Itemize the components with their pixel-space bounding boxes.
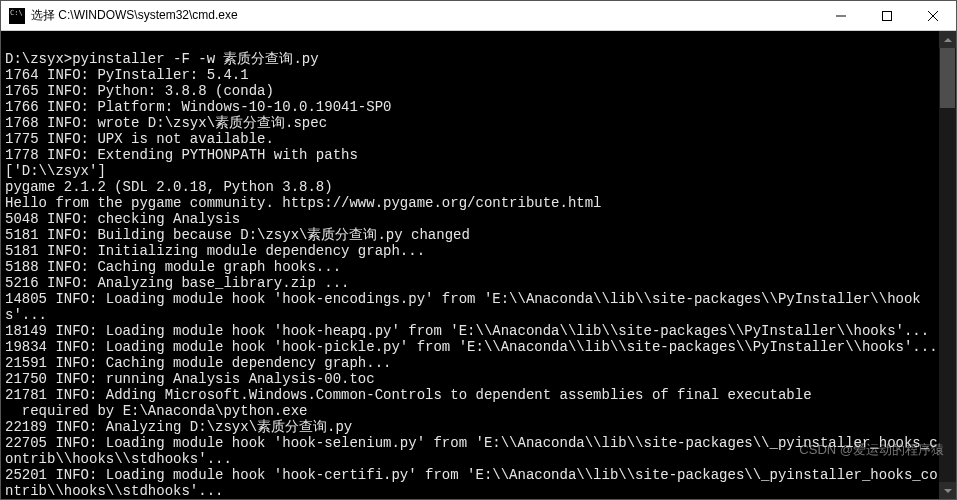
cmd-window: 选择 C:\WINDOWS\system32\cmd.exe D:\zsyx>p…	[0, 0, 957, 500]
vertical-scrollbar[interactable]	[939, 31, 956, 499]
titlebar[interactable]: 选择 C:\WINDOWS\system32\cmd.exe	[1, 1, 956, 31]
minimize-icon	[836, 11, 846, 21]
terminal-area: D:\zsyx>pyinstaller -F -w 素质分查询.py 1764 …	[1, 31, 956, 499]
scroll-down-button[interactable]	[939, 482, 956, 499]
cmd-icon	[9, 8, 25, 24]
chevron-down-icon	[944, 487, 952, 495]
close-button[interactable]	[910, 1, 956, 31]
scroll-thumb[interactable]	[940, 48, 955, 108]
svg-rect-0	[883, 11, 892, 20]
maximize-button[interactable]	[864, 1, 910, 31]
minimize-button[interactable]	[818, 1, 864, 31]
scroll-up-button[interactable]	[939, 31, 956, 48]
chevron-up-icon	[944, 36, 952, 44]
window-title: 选择 C:\WINDOWS\system32\cmd.exe	[31, 7, 238, 24]
maximize-icon	[882, 11, 892, 21]
scroll-track[interactable]	[939, 48, 956, 482]
terminal-output[interactable]: D:\zsyx>pyinstaller -F -w 素质分查询.py 1764 …	[1, 31, 939, 499]
close-icon	[928, 11, 938, 21]
